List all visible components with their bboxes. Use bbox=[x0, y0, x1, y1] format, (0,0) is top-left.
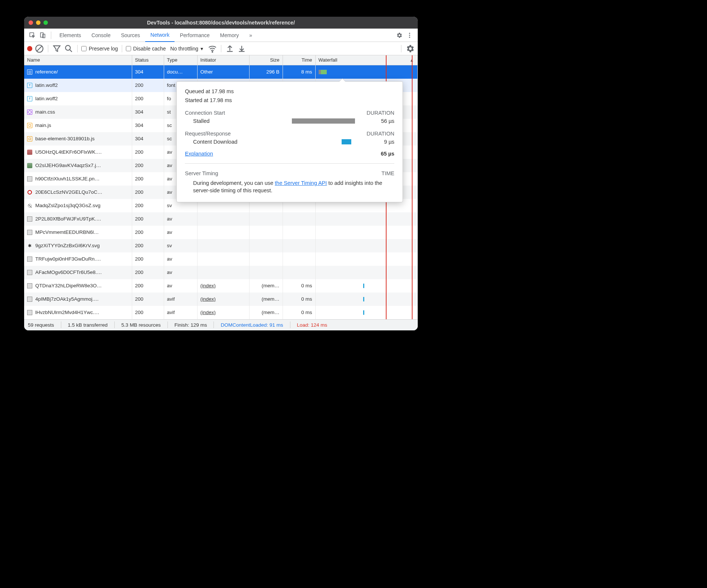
request-name: 20E6CLcSzNV2GELQu7oC… bbox=[35, 189, 102, 195]
server-timing-api-link[interactable]: the Server Timing API bbox=[275, 180, 327, 186]
request-waterfall bbox=[315, 293, 418, 306]
col-waterfall[interactable]: Waterfall▲ bbox=[315, 55, 418, 65]
device-toolbar-icon[interactable] bbox=[38, 30, 48, 40]
time-label: TIME bbox=[381, 170, 394, 176]
sb-finish: Finish: 129 ms bbox=[175, 322, 207, 328]
network-conditions-icon[interactable] bbox=[208, 44, 217, 53]
tab-network[interactable]: Network bbox=[145, 29, 175, 42]
request-size: 296 B bbox=[249, 65, 283, 79]
request-status: 200 bbox=[132, 92, 164, 105]
maximize-window-button[interactable] bbox=[43, 20, 48, 25]
table-row[interactable]: 4pIMBj7zOAk1y5Agmmoj.…200avif(index)(mem… bbox=[24, 293, 418, 306]
throttling-select[interactable]: No throttling ▾ bbox=[168, 46, 205, 52]
table-row[interactable]: MPcVmmemtEEDURBN6l…200av bbox=[24, 226, 418, 239]
col-size[interactable]: Size bbox=[249, 55, 283, 65]
col-name[interactable]: Name bbox=[24, 55, 132, 65]
server-timing-hint: During development, you can use the Serv… bbox=[185, 179, 394, 195]
request-name: reference/ bbox=[35, 69, 58, 75]
request-size: (mem… bbox=[249, 306, 283, 319]
upload-har-icon[interactable] bbox=[225, 44, 235, 53]
request-name: 2P2L80XfBoFWJFxU9TpK.… bbox=[35, 216, 101, 222]
request-status: 304 bbox=[132, 119, 164, 132]
sb-transferred: 1.5 kB transferred bbox=[68, 322, 108, 328]
download-har-icon[interactable] bbox=[237, 44, 247, 53]
explanation-link[interactable]: Explanation bbox=[185, 151, 213, 157]
col-type[interactable]: Type bbox=[164, 55, 197, 65]
request-name: MPcVmmemtEEDURBN6l… bbox=[35, 229, 99, 235]
search-icon[interactable] bbox=[64, 44, 74, 53]
request-initiator[interactable] bbox=[197, 226, 249, 239]
table-row[interactable]: TRFujw0pi0nHF3GwDuRn.…200av bbox=[24, 252, 418, 266]
request-name: main.js bbox=[35, 122, 51, 128]
tab-elements[interactable]: Elements bbox=[54, 29, 86, 42]
request-initiator[interactable] bbox=[197, 212, 249, 226]
request-initiator[interactable]: Other bbox=[197, 65, 249, 79]
tab-performance[interactable]: Performance bbox=[175, 29, 215, 42]
tab-memory[interactable]: Memory bbox=[215, 29, 244, 42]
request-time: 0 ms bbox=[283, 279, 315, 293]
content-download-value: 9 µs bbox=[384, 139, 394, 145]
request-initiator[interactable] bbox=[197, 266, 249, 279]
tabs-overflow-button[interactable]: » bbox=[244, 29, 257, 42]
request-size bbox=[249, 266, 283, 279]
minimize-window-button[interactable] bbox=[36, 20, 40, 25]
table-row[interactable]: ✱9gzXiTYY0nZzBxGI6KrV.svg200sv bbox=[24, 239, 418, 252]
request-size bbox=[249, 226, 283, 239]
request-initiator[interactable]: (index) bbox=[197, 306, 249, 319]
close-window-button[interactable] bbox=[29, 20, 33, 25]
request-name: latin.woff2 bbox=[35, 96, 58, 101]
request-waterfall bbox=[315, 306, 418, 319]
request-initiator[interactable]: (index) bbox=[197, 279, 249, 293]
table-row[interactable]: lHvzbNUlrm2Mvd4H1Ywc.…200avif(index)(mem… bbox=[24, 306, 418, 319]
col-initiator[interactable]: Initiator bbox=[197, 55, 249, 65]
tab-console[interactable]: Console bbox=[86, 29, 115, 42]
request-type: av bbox=[164, 226, 197, 239]
content-download-label: Content Download bbox=[193, 139, 237, 145]
record-button[interactable] bbox=[27, 46, 32, 51]
request-status: 200 bbox=[132, 79, 164, 92]
more-menu-icon[interactable] bbox=[404, 30, 415, 40]
request-name: 9gzXiTYY0nZzBxGI6KrV.svg bbox=[35, 243, 100, 248]
svg-point-10 bbox=[212, 51, 213, 52]
table-row[interactable]: QTDnaY32hLDipeRW8e3O…200av(index)(mem…0 … bbox=[24, 279, 418, 293]
request-initiator[interactable] bbox=[197, 252, 249, 266]
request-initiator[interactable]: (index) bbox=[197, 293, 249, 306]
svg-rect-0 bbox=[30, 33, 34, 37]
tab-sources[interactable]: Sources bbox=[116, 29, 145, 42]
request-size bbox=[249, 212, 283, 226]
request-name: O2sIJEHG9avKV4aqzSx7.j… bbox=[35, 163, 101, 168]
svg-line-9 bbox=[70, 49, 72, 52]
titlebar: DevTools - localhost:8080/docs/devtools/… bbox=[24, 17, 418, 29]
preserve-log-checkbox[interactable]: Preserve log bbox=[81, 46, 118, 52]
request-time: 8 ms bbox=[283, 65, 315, 79]
request-table: Name Status Type Initiator Size Time Wat… bbox=[24, 55, 418, 319]
settings-icon[interactable] bbox=[394, 30, 404, 40]
col-time[interactable]: Time bbox=[283, 55, 315, 65]
inspect-element-icon[interactable] bbox=[27, 30, 38, 40]
request-name: latin.woff2 bbox=[35, 82, 58, 88]
table-row[interactable]: reference/304docu…Other296 B8 ms bbox=[24, 65, 418, 79]
clear-icon[interactable] bbox=[35, 44, 44, 53]
devtools-window: DevTools - localhost:8080/docs/devtools/… bbox=[24, 17, 418, 330]
col-status[interactable]: Status bbox=[132, 55, 164, 65]
request-status: 200 bbox=[132, 172, 164, 186]
disable-cache-checkbox[interactable]: Disable cache bbox=[126, 46, 166, 52]
svg-point-4 bbox=[409, 35, 410, 36]
request-type: av bbox=[164, 279, 197, 293]
request-initiator[interactable] bbox=[197, 239, 249, 252]
filter-icon[interactable] bbox=[52, 44, 62, 53]
table-header-row: Name Status Type Initiator Size Time Wat… bbox=[24, 55, 418, 65]
stalled-label: Stalled bbox=[193, 118, 209, 124]
network-settings-icon[interactable] bbox=[405, 44, 415, 53]
request-size: (mem… bbox=[249, 293, 283, 306]
request-name: h90CtfziXluvh1LSSKJE.pn… bbox=[35, 176, 100, 182]
panel-tabs: ElementsConsoleSourcesNetworkPerformance… bbox=[54, 29, 244, 42]
request-status: 200 bbox=[132, 146, 164, 159]
request-name: U5OHzQL4tEKFr6OFlxWK.… bbox=[35, 149, 102, 155]
sb-domcontentloaded: DOMContentLoaded: 91 ms bbox=[221, 322, 283, 328]
request-waterfall bbox=[315, 212, 418, 226]
request-name: base-element-3018901b.js bbox=[35, 136, 95, 141]
table-row[interactable]: AFacMOgv6D0CFTr6U5e8.…200av bbox=[24, 266, 418, 279]
table-row[interactable]: 2P2L80XfBoFWJFxU9TpK.…200av bbox=[24, 212, 418, 226]
request-time bbox=[283, 226, 315, 239]
